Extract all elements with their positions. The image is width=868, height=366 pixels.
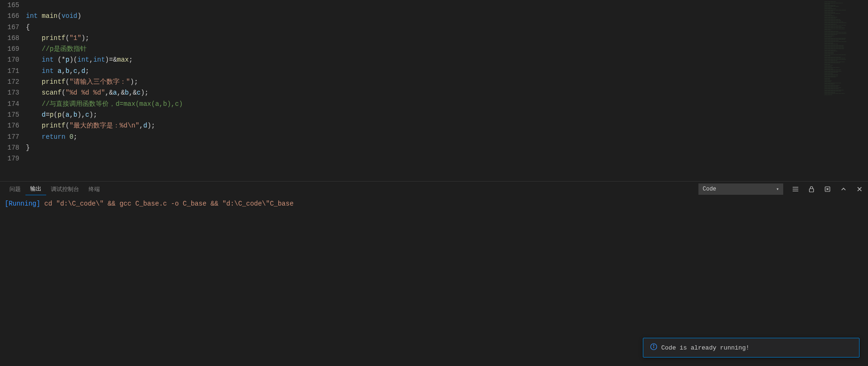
tab-terminal[interactable]: 终端 [84, 183, 105, 195]
panel-action-icons [792, 185, 863, 193]
minimap[interactable]: ────────────────────────────────────────… [823, 0, 868, 181]
panel-tab-bar: 问题 输出 调试控制台 终端 Code ▾ [0, 182, 868, 197]
tab-debug-console[interactable]: 调试控制台 [46, 183, 84, 195]
code-line[interactable]: { [26, 22, 823, 33]
code-line[interactable]: int a,b,c,d; [26, 66, 823, 77]
line-number: 175 [0, 110, 19, 120]
line-number: 166 [0, 11, 19, 22]
line-number: 178 [0, 143, 19, 153]
line-number: 174 [0, 99, 19, 110]
clear-icon[interactable] [824, 185, 831, 193]
output-body[interactable]: [Running] cd "d:\C_code\" && gcc C_base.… [0, 197, 868, 211]
svg-rect-3 [810, 189, 814, 192]
chevron-down-icon: ▾ [776, 186, 779, 192]
code-container[interactable]: 1651661671681691701711721731741751761771… [0, 0, 823, 181]
code-lines[interactable]: int main(void){ printf("1"); //p是函数指针 in… [26, 0, 823, 181]
code-line[interactable]: scanf("%d %d %d",&a,&b,&c); [26, 88, 823, 98]
code-line[interactable]: printf("最大的数字是：%d\n",d); [26, 120, 823, 131]
notification-toast[interactable]: Code is already running! [643, 338, 860, 358]
output-status: [Running] [5, 200, 41, 207]
line-number: 177 [0, 132, 19, 143]
line-number: 165 [0, 0, 19, 11]
code-line[interactable]: int (*p)(int,int)=&max; [26, 55, 823, 65]
line-number: 173 [0, 88, 19, 98]
line-number-gutter: 1651661671681691701711721731741751761771… [0, 0, 26, 181]
line-number: 179 [0, 153, 19, 164]
code-line[interactable]: int main(void) [26, 11, 823, 22]
lock-icon[interactable] [808, 185, 815, 193]
code-line[interactable]: //p是函数指针 [26, 44, 823, 55]
chevron-up-icon[interactable] [840, 185, 847, 193]
code-line[interactable] [26, 153, 823, 164]
line-number: 171 [0, 66, 19, 77]
dropdown-label: Code [703, 186, 716, 192]
svg-point-11 [653, 345, 654, 345]
line-number: 169 [0, 44, 19, 55]
code-line[interactable]: } [26, 143, 823, 153]
line-number: 168 [0, 33, 19, 44]
line-number: 176 [0, 120, 19, 131]
code-line[interactable]: printf("1"); [26, 33, 823, 44]
info-icon [650, 343, 657, 352]
line-number: 172 [0, 77, 19, 88]
code-line[interactable]: printf("请输入三个数字："); [26, 77, 823, 88]
editor-area: 1651661671681691701711721731741751761771… [0, 0, 868, 181]
code-line[interactable]: return 0; [26, 132, 823, 143]
line-number: 167 [0, 22, 19, 33]
code-line[interactable]: d=p(p(a,b),c); [26, 110, 823, 120]
tab-problems[interactable]: 问题 [5, 183, 25, 195]
output-command: cd "d:\C_code\" && gcc C_base.c -o C_bas… [41, 200, 294, 207]
output-channel-dropdown[interactable]: Code ▾ [698, 183, 783, 195]
code-line[interactable] [26, 0, 823, 11]
line-number: 170 [0, 55, 19, 65]
close-icon[interactable] [856, 185, 863, 193]
tab-output[interactable]: 输出 [25, 183, 46, 195]
toast-message: Code is already running! [661, 344, 749, 351]
list-icon[interactable] [792, 185, 799, 193]
code-line[interactable]: //与直接调用函数等价，d=max(max(a,b),c) [26, 99, 823, 110]
